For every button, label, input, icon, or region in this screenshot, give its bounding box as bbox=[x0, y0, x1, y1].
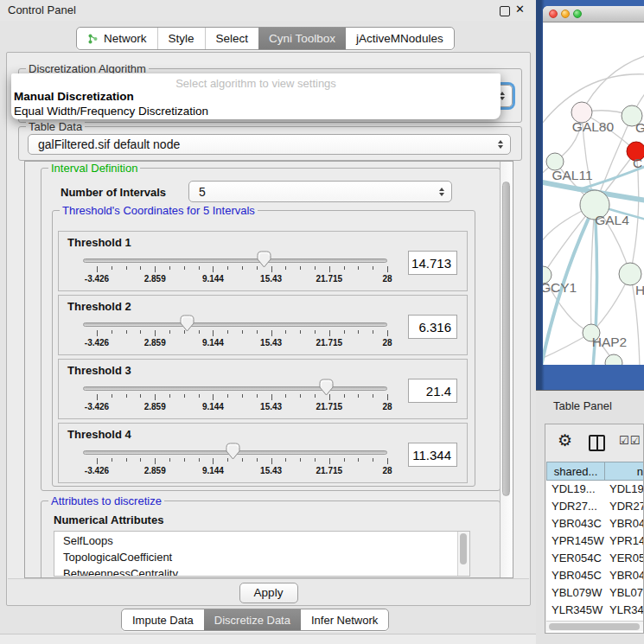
tab-style[interactable]: Style bbox=[157, 28, 205, 49]
slider-tick bbox=[155, 458, 156, 464]
slider-thumb[interactable] bbox=[257, 251, 271, 268]
slider-tick bbox=[112, 394, 112, 398]
slider-tick bbox=[126, 266, 127, 270]
threshold-value-field[interactable]: 6.316 bbox=[408, 315, 457, 339]
slider-tick bbox=[315, 266, 316, 270]
table-row[interactable]: YLR345WYLR345W bbox=[546, 602, 644, 619]
threshold-value-field[interactable]: 11.344 bbox=[408, 443, 457, 467]
apply-button[interactable]: Apply bbox=[239, 583, 298, 603]
slider-tick bbox=[387, 266, 388, 272]
threshold-value-field[interactable]: 14.713 bbox=[408, 251, 457, 275]
pane-scrollbar-thumb[interactable] bbox=[502, 182, 510, 496]
tick-label: 2.859 bbox=[129, 338, 181, 348]
tab-discretize-data[interactable]: Discretize Data bbox=[204, 609, 301, 630]
threshold-value-field[interactable]: 21.4 bbox=[408, 379, 457, 403]
slider-track[interactable] bbox=[83, 258, 387, 263]
network-canvas[interactable]: GAL80GACGAL11GAL4GCY1HHAP2 bbox=[543, 22, 644, 365]
table-cell: YBR045C bbox=[604, 567, 644, 584]
table-horizontal-scrollbar[interactable] bbox=[546, 621, 643, 631]
slider-tick bbox=[126, 458, 127, 462]
column-header-shared[interactable]: shared... bbox=[546, 462, 605, 481]
table-row[interactable]: YDL19...YDL19... bbox=[546, 481, 644, 498]
table-row[interactable]: YBR043CYBR043C bbox=[546, 515, 644, 532]
slider-tick bbox=[344, 394, 345, 398]
table-hscroll-thumb[interactable] bbox=[549, 623, 640, 630]
list-item-betweennesscentrality[interactable]: BetweennessCentrality bbox=[63, 567, 178, 577]
minimize-traffic-light[interactable] bbox=[561, 10, 570, 18]
threshold-panel-3: Threshold 3-3.4262.8599.14415.4321.71528… bbox=[58, 359, 468, 419]
slider-tick bbox=[257, 458, 258, 462]
popup-item-manual-discretization[interactable]: Manual Discretization bbox=[14, 90, 134, 103]
popup-item-equal-width-frequency-discretization[interactable]: Equal Width/Frequency Discretization bbox=[14, 105, 208, 118]
numerical-attributes-list[interactable]: SelfLoopsTopologicalCoefficientBetweenne… bbox=[54, 531, 470, 577]
pane-scrollbar[interactable] bbox=[500, 162, 513, 577]
list-scrollbar-thumb[interactable] bbox=[460, 533, 467, 564]
slider-tick bbox=[344, 330, 345, 334]
float-window-icon[interactable] bbox=[500, 6, 510, 16]
close-traffic-light[interactable] bbox=[549, 10, 558, 18]
bottom-strip bbox=[0, 634, 536, 644]
threshold-panel-1: Threshold 1-3.4262.8599.14415.4321.71528… bbox=[58, 231, 468, 291]
tab-impute-data[interactable]: Impute Data bbox=[122, 609, 204, 630]
threshold-label: Threshold 4 bbox=[67, 428, 131, 441]
slider-tick bbox=[373, 266, 373, 270]
slider-tick bbox=[285, 394, 286, 398]
combo-stepper-icon[interactable] bbox=[498, 140, 503, 149]
network-node-green[interactable] bbox=[605, 354, 622, 365]
tab-network[interactable]: Network bbox=[77, 28, 157, 49]
tab-select[interactable]: Select bbox=[205, 28, 259, 49]
slider-track[interactable] bbox=[83, 386, 387, 391]
tick-label: 15.43 bbox=[245, 466, 297, 475]
slider-tick bbox=[329, 330, 330, 336]
network-window[interactable]: GAL80GACGAL11GAL4GCY1HHAP2 bbox=[543, 6, 644, 365]
table-row[interactable]: YPR145WYPR145W bbox=[546, 532, 644, 550]
panel-title: Control Panel bbox=[8, 3, 76, 16]
slider-tick bbox=[126, 330, 127, 334]
close-icon[interactable]: ✕ bbox=[515, 3, 525, 16]
tick-label: 28 bbox=[361, 402, 413, 411]
slider-thumb[interactable] bbox=[319, 379, 334, 396]
tick-label: -3.426 bbox=[71, 338, 123, 348]
table-row[interactable]: YER054CYER054C bbox=[546, 550, 644, 567]
checkbox-columns-icon[interactable]: ☑☑ bbox=[619, 434, 641, 447]
slider-thumb[interactable] bbox=[226, 443, 240, 460]
slider-tick bbox=[373, 394, 373, 398]
slider-tick bbox=[140, 458, 141, 462]
zoom-traffic-light[interactable] bbox=[573, 10, 582, 18]
tab-infer-network[interactable]: Infer Network bbox=[301, 609, 388, 630]
list-scrollbar[interactable] bbox=[457, 532, 469, 576]
slider-tick bbox=[169, 394, 170, 398]
list-item-topologicalcoefficient[interactable]: TopologicalCoefficient bbox=[63, 551, 172, 564]
gear-icon[interactable]: ⚙ bbox=[558, 430, 572, 450]
table-data-combobox[interactable]: galFiltered.sif default node bbox=[28, 134, 511, 155]
table-row[interactable]: YBR045CYBR045C bbox=[546, 567, 644, 584]
node-label-gal4: GAL4 bbox=[595, 213, 629, 227]
tick-label: 9.144 bbox=[187, 338, 239, 348]
column-header-name[interactable]: name bbox=[604, 462, 644, 481]
network-window-titlebar[interactable] bbox=[543, 6, 644, 22]
slider-track[interactable] bbox=[83, 322, 387, 327]
combo-stepper-icon[interactable] bbox=[439, 188, 444, 196]
tick-label: 21.715 bbox=[303, 402, 355, 411]
tab-jactivemnodules[interactable]: jActiveMNodules bbox=[346, 28, 454, 49]
node-label-hap2: HAP2 bbox=[592, 335, 628, 349]
table-row[interactable]: YBL079WYBL079W bbox=[546, 584, 644, 602]
slider-tick bbox=[387, 458, 388, 464]
thresholds-group: Threshold's Coordinates for 5 Intervals … bbox=[52, 210, 475, 487]
slider-tick bbox=[285, 266, 286, 270]
apply-bar: Apply bbox=[8, 578, 529, 605]
split-columns-icon[interactable] bbox=[589, 435, 605, 451]
slider-thumb[interactable] bbox=[180, 315, 194, 332]
tab-cyni-toolbox[interactable]: Cyni Toolbox bbox=[258, 28, 346, 49]
slider-tick bbox=[242, 330, 243, 334]
control-panel-titlebar: Control Panel ✕ bbox=[0, 0, 536, 21]
slider-tick bbox=[140, 394, 141, 398]
popup-prompt: Select algorithm to view settings bbox=[11, 77, 501, 90]
table-row[interactable]: YDR27...YDR27... bbox=[546, 498, 644, 515]
slider-tick bbox=[184, 394, 185, 398]
table-cell: YBR043C bbox=[604, 515, 644, 532]
slider-tick bbox=[373, 458, 373, 462]
tick-label: -3.426 bbox=[71, 274, 123, 284]
list-item-selfloops[interactable]: SelfLoops bbox=[63, 534, 113, 547]
number-of-intervals-combobox[interactable]: 5 bbox=[188, 181, 452, 202]
